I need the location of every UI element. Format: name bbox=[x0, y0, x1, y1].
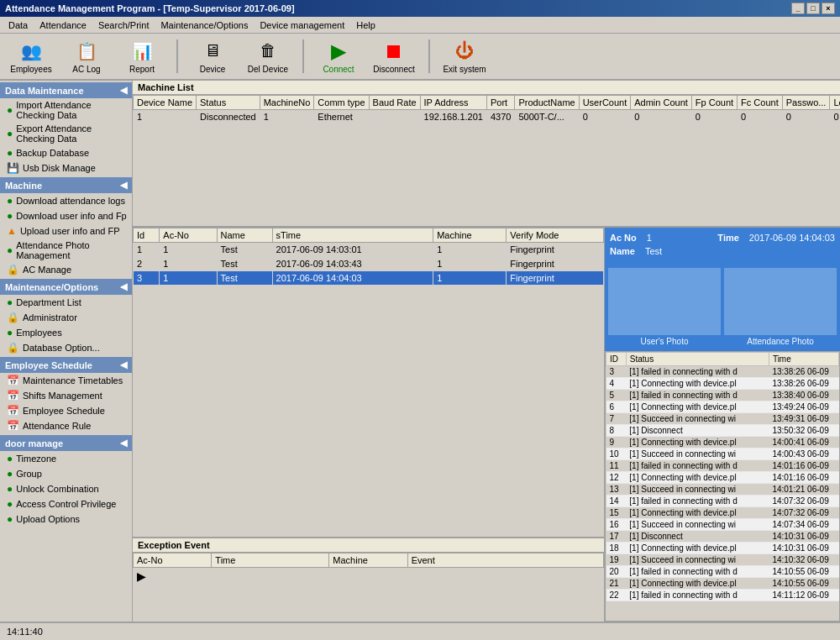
attendance-row[interactable]: 11Test2017-06-09 14:03:011Fingerprint bbox=[134, 243, 604, 257]
col-port[interactable]: Port bbox=[486, 96, 514, 110]
col-ip-address[interactable]: IP Address bbox=[420, 96, 486, 110]
sidebar-item-employees[interactable]: ● Employees bbox=[0, 325, 132, 340]
machine-list-table-wrapper[interactable]: Device Name Status MachineNo Comm type B… bbox=[133, 95, 840, 222]
exc-col-event[interactable]: Event bbox=[407, 553, 603, 568]
att-col-verify[interactable]: Verify Mode bbox=[507, 228, 604, 243]
del-device-button[interactable]: 🗑 Del Device bbox=[244, 36, 292, 76]
log-row[interactable]: 18[1] Connecting with device.pl14:10:31 … bbox=[606, 543, 839, 554]
info-name-label: Name bbox=[610, 246, 635, 256]
col-password[interactable]: Passwo... bbox=[782, 96, 830, 110]
col-status[interactable]: Status bbox=[197, 96, 260, 110]
exception-table-wrapper[interactable]: Ac-No Time Machine Event ▶ bbox=[133, 553, 604, 619]
sidebar-item-access-control[interactable]: ● Access Control Privilege bbox=[0, 496, 132, 511]
close-button[interactable]: × bbox=[822, 3, 835, 14]
log-row[interactable]: 19[1] Succeed in connecting wi14:10:32 0… bbox=[606, 554, 839, 566]
col-user-count[interactable]: UserCount bbox=[579, 96, 631, 110]
exc-col-acno[interactable]: Ac-No bbox=[134, 553, 212, 568]
col-machine-no[interactable]: MachineNo bbox=[260, 96, 314, 110]
log-row[interactable]: 16[1] Succeed in connecting wi14:07:34 0… bbox=[606, 519, 839, 531]
menu-searchprint[interactable]: Search/Print bbox=[93, 18, 155, 32]
att-col-stime[interactable]: sTime bbox=[272, 228, 433, 243]
col-baud-rate[interactable]: Baud Rate bbox=[369, 96, 420, 110]
sidebar-item-timetables[interactable]: 📅 Maintenance Timetables bbox=[0, 373, 132, 388]
sidebar-item-shifts[interactable]: 📅 Shifts Management bbox=[0, 388, 132, 403]
exit-system-button[interactable]: ⏻ Exit system bbox=[440, 36, 489, 76]
device-button[interactable]: 🖥 Device bbox=[188, 36, 237, 76]
menu-attendance[interactable]: Attendance bbox=[34, 18, 92, 32]
sidebar-item-backup[interactable]: ● Backup Database bbox=[0, 145, 132, 160]
att-col-id[interactable]: Id bbox=[134, 228, 160, 243]
exc-col-machine[interactable]: Machine bbox=[329, 553, 407, 568]
att-col-name[interactable]: Name bbox=[217, 228, 272, 243]
log-row[interactable]: 20[1] failed in connecting with d14:10:5… bbox=[606, 566, 839, 578]
sidebar-item-upload-user[interactable]: ▲ Upload user info and FP bbox=[0, 223, 132, 239]
sidebar-item-employee-schedule[interactable]: 📅 Employee Schedule bbox=[0, 403, 132, 418]
log-row[interactable]: 15[1] Connecting with device.pl14:07:32 … bbox=[606, 507, 839, 519]
col-log-count[interactable]: Log Count bbox=[830, 96, 840, 110]
col-fp-count[interactable]: Fp Count bbox=[691, 96, 737, 110]
log-row[interactable]: 10[1] Succeed in connecting wi14:00:43 0… bbox=[606, 449, 839, 460]
att-col-machine[interactable]: Machine bbox=[433, 228, 507, 243]
log-row[interactable]: 22[1] failed in connecting with d14:11:1… bbox=[606, 590, 839, 601]
employees-button[interactable]: 👥 Employees bbox=[7, 36, 55, 76]
menu-maintenance[interactable]: Maintenance/Options bbox=[155, 18, 253, 32]
log-col-id[interactable]: ID bbox=[606, 353, 627, 366]
sidebar-item-usb[interactable]: 💾 Usb Disk Manage bbox=[0, 160, 132, 176]
sidebar-section-maintenance[interactable]: Maintenance/Options ◀ bbox=[0, 279, 132, 295]
log-row[interactable]: 7[1] Succeed in connecting wi13:49:31 06… bbox=[606, 413, 839, 425]
sidebar-item-ac-manage[interactable]: 🔒 AC Manage bbox=[0, 262, 132, 277]
sidebar-section-machine[interactable]: Machine ◀ bbox=[0, 177, 132, 193]
aclog-button[interactable]: 📋 AC Log bbox=[62, 36, 111, 76]
attendance-table-wrapper[interactable]: Id Ac-No Name sTime Machine Verify Mode … bbox=[133, 228, 604, 537]
maximize-button[interactable]: □ bbox=[806, 3, 820, 14]
log-row[interactable]: 13[1] Succeed in connecting wi14:01:21 0… bbox=[606, 484, 839, 496]
attendance-row[interactable]: 21Test2017-06-09 14:03:431Fingerprint bbox=[134, 257, 604, 271]
sidebar-item-group[interactable]: ● Group bbox=[0, 466, 132, 481]
report-button[interactable]: 📊 Report bbox=[118, 36, 166, 76]
sidebar-item-download-user[interactable]: ● Download user info and Fp bbox=[0, 208, 132, 223]
log-col-time[interactable]: Time bbox=[769, 353, 838, 366]
disconnect-button[interactable]: ⏹ Disconnect bbox=[370, 36, 418, 76]
sidebar-section-data-maintenance[interactable]: Data Maintenance ◀ bbox=[0, 82, 132, 98]
log-row[interactable]: 9[1] Connecting with device.pl14:00:41 0… bbox=[606, 437, 839, 449]
menu-data[interactable]: Data bbox=[3, 18, 33, 32]
col-device-name[interactable]: Device Name bbox=[134, 96, 197, 110]
log-row[interactable]: 6[1] Connecting with device.pl13:49:24 0… bbox=[606, 401, 839, 413]
sidebar-item-attendance-photo[interactable]: ● Attendance Photo Management bbox=[0, 239, 132, 262]
col-admin-count[interactable]: Admin Count bbox=[631, 96, 692, 110]
sidebar-item-unlock[interactable]: ● Unlock Combination bbox=[0, 481, 132, 496]
sidebar-item-department[interactable]: ● Department List bbox=[0, 295, 132, 310]
log-row[interactable]: 21[1] Connecting with device.pl14:10:55 … bbox=[606, 578, 839, 590]
attendance-row[interactable]: 31Test2017-06-09 14:04:031Fingerprint bbox=[134, 271, 604, 286]
log-row[interactable]: 3[1] failed in connecting with d13:38:26… bbox=[606, 366, 839, 378]
sidebar-item-import[interactable]: ● Import Attendance Checking Data bbox=[0, 98, 132, 122]
col-fc-count[interactable]: Fc Count bbox=[738, 96, 783, 110]
log-col-status[interactable]: Status bbox=[626, 353, 769, 366]
sidebar-item-upload-options[interactable]: ● Upload Options bbox=[0, 511, 132, 527]
menu-help[interactable]: Help bbox=[351, 18, 381, 32]
log-row[interactable]: 17[1] Disconnect14:10:31 06-09 bbox=[606, 531, 839, 543]
machine-list-row[interactable]: 1Disconnected1Ethernet192.168.1.20143705… bbox=[134, 110, 841, 124]
menu-device-management[interactable]: Device management bbox=[255, 18, 349, 32]
sidebar-section-door[interactable]: door manage ◀ bbox=[0, 435, 132, 451]
log-row[interactable]: 14[1] failed in connecting with d14:07:3… bbox=[606, 496, 839, 507]
sidebar-item-administrator[interactable]: 🔒 Administrator bbox=[0, 310, 132, 325]
log-row[interactable]: 8[1] Disconnect13:50:32 06-09 bbox=[606, 425, 839, 437]
minimize-button[interactable]: _ bbox=[791, 3, 805, 14]
att-col-acno[interactable]: Ac-No bbox=[160, 228, 217, 243]
log-table-wrapper[interactable]: ID Status Time 3[1] failed in connecting… bbox=[605, 351, 840, 622]
log-row[interactable]: 5[1] failed in connecting with d13:38:40… bbox=[606, 390, 839, 401]
sidebar-item-download-logs[interactable]: ● Download attendance logs bbox=[0, 193, 132, 208]
sidebar-section-schedule[interactable]: Employee Schedule ◀ bbox=[0, 357, 132, 373]
sidebar-item-attendance-rule[interactable]: 📅 Attendance Rule bbox=[0, 418, 132, 433]
connect-button[interactable]: ▶ Connect bbox=[314, 36, 363, 76]
log-row[interactable]: 11[1] failed in connecting with d14:01:1… bbox=[606, 460, 839, 472]
col-comm-type[interactable]: Comm type bbox=[314, 96, 369, 110]
col-product-name[interactable]: ProductName bbox=[515, 96, 579, 110]
exc-col-time[interactable]: Time bbox=[212, 553, 329, 568]
sidebar-item-timezone[interactable]: ● Timezone bbox=[0, 451, 132, 466]
sidebar-item-database-option[interactable]: 🔒 Database Option... bbox=[0, 340, 132, 355]
log-row[interactable]: 4[1] Connecting with device.pl13:38:26 0… bbox=[606, 378, 839, 390]
log-row[interactable]: 12[1] Connecting with device.pl14:01:16 … bbox=[606, 472, 839, 484]
sidebar-item-export[interactable]: ● Export Attendance Checking Data bbox=[0, 122, 132, 145]
